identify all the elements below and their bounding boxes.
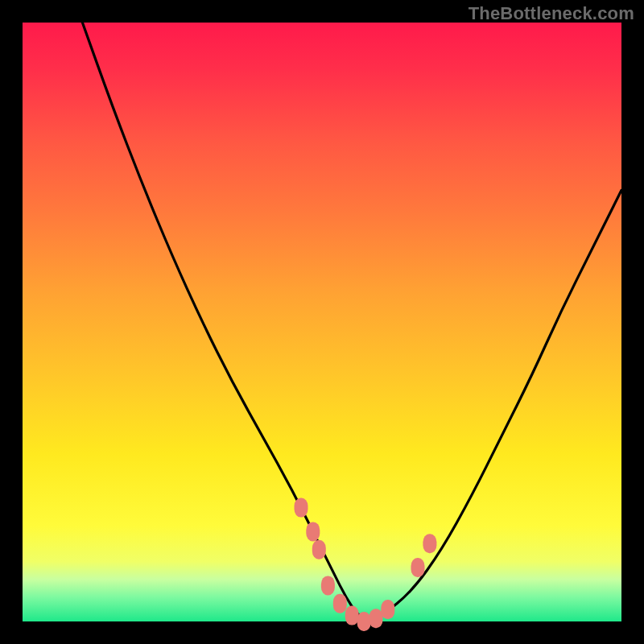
marker-node: [312, 540, 326, 559]
marker-node: [345, 606, 359, 625]
marker-node: [306, 522, 320, 541]
plot-area: [23, 23, 621, 621]
marker-node: [369, 609, 383, 628]
curve-layer: [23, 23, 621, 621]
marker-node: [411, 558, 425, 577]
marker-node: [381, 600, 394, 619]
marker-node: [321, 576, 335, 595]
chart-frame: TheBottleneck.com: [0, 0, 644, 644]
marker-node: [295, 498, 308, 518]
watermark-text: TheBottleneck.com: [469, 3, 634, 24]
marker-node: [333, 594, 347, 613]
bottleneck-curve: [82, 23, 621, 620]
marker-node: [357, 612, 371, 631]
highlight-nodes: [295, 498, 437, 631]
marker-node: [423, 534, 436, 553]
